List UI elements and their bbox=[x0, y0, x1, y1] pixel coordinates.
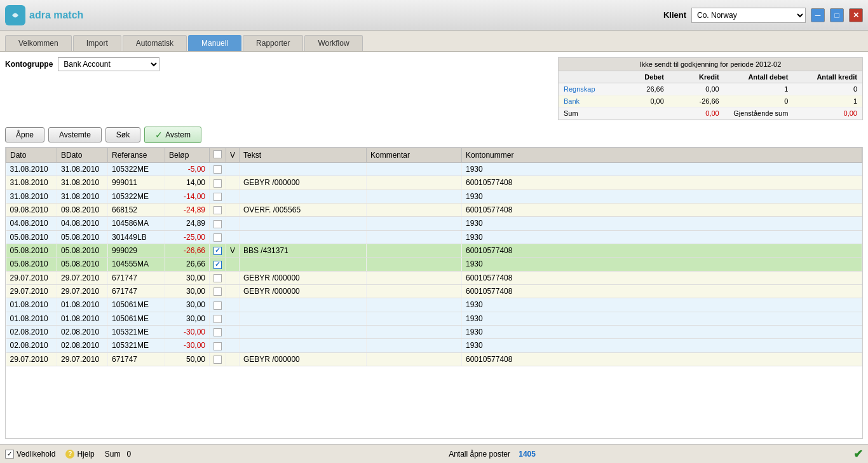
table-row[interactable]: 02.08.2010 02.08.2010 105321ME -30,00 19… bbox=[6, 339, 862, 352]
cell-cb[interactable] bbox=[210, 176, 226, 190]
cell-dato: 01.08.2010 bbox=[6, 312, 57, 325]
cell-cb[interactable] bbox=[210, 312, 226, 325]
summary-header-debet: Debet bbox=[614, 71, 669, 83]
cell-v bbox=[226, 352, 240, 366]
row-checkbox[interactable] bbox=[214, 301, 222, 310]
cell-kommentar bbox=[367, 312, 462, 325]
table-row[interactable]: 31.08.2010 31.08.2010 105322ME -14,00 19… bbox=[6, 190, 862, 203]
cell-cb[interactable] bbox=[210, 203, 226, 216]
hjelp-item[interactable]: ? Hjelp bbox=[65, 450, 94, 459]
cell-cb[interactable]: ✓ bbox=[210, 258, 226, 271]
apne-button[interactable]: Åpne bbox=[5, 127, 44, 142]
table-row[interactable]: 02.08.2010 02.08.2010 105321ME -30,00 19… bbox=[6, 325, 862, 338]
cell-konto: 1930 bbox=[462, 298, 862, 312]
table-header-row: Dato BDato Referanse Beløp V Tekst Komme… bbox=[6, 148, 862, 163]
row-checkbox[interactable] bbox=[214, 328, 222, 336]
row-checkbox[interactable] bbox=[214, 315, 222, 323]
title-bar: adra match Klient Co. Norway ─ □ ✕ bbox=[0, 0, 868, 31]
avstem-button[interactable]: ✓ Avstem bbox=[144, 127, 201, 143]
antall-label: Antall åpne poster bbox=[449, 450, 510, 459]
table-row[interactable]: 31.08.2010 31.08.2010 999011 14,00 GEBYR… bbox=[6, 176, 862, 190]
cell-kommentar bbox=[367, 284, 462, 298]
cell-cb[interactable] bbox=[210, 339, 226, 352]
cell-dato: 04.08.2010 bbox=[6, 217, 57, 230]
table-row[interactable]: 01.08.2010 01.08.2010 105061ME 30,00 193… bbox=[6, 298, 862, 312]
cell-cb[interactable] bbox=[210, 230, 226, 244]
cell-belop: -5,00 bbox=[165, 163, 210, 176]
select-all-checkbox[interactable] bbox=[214, 150, 222, 158]
row-checkbox[interactable] bbox=[214, 342, 222, 350]
cell-tekst bbox=[240, 190, 367, 203]
cell-cb[interactable]: ✓ bbox=[210, 244, 226, 257]
cell-belop: 24,89 bbox=[165, 217, 210, 230]
row-checkbox[interactable] bbox=[214, 274, 222, 282]
row-checkbox[interactable]: ✓ bbox=[214, 247, 222, 255]
cell-cb[interactable] bbox=[210, 284, 226, 298]
table-row[interactable]: 05.08.2010 05.08.2010 999029 -26,66 ✓ V … bbox=[6, 244, 862, 257]
cell-cb[interactable] bbox=[210, 298, 226, 312]
tab-import[interactable]: Import bbox=[73, 35, 121, 51]
row-checkbox[interactable] bbox=[214, 220, 222, 228]
row-checkbox[interactable]: ✓ bbox=[214, 261, 222, 269]
sok-button[interactable]: Søk bbox=[105, 127, 140, 142]
cell-v bbox=[226, 163, 240, 176]
row-checkbox[interactable] bbox=[214, 193, 222, 201]
cell-ref: 105322ME bbox=[108, 190, 165, 203]
client-dropdown[interactable]: Co. Norway bbox=[691, 8, 806, 23]
cell-cb[interactable] bbox=[210, 325, 226, 338]
row-checkbox[interactable] bbox=[214, 179, 222, 188]
kontogruppe-select[interactable]: Bank Account bbox=[58, 57, 159, 71]
cell-cb[interactable] bbox=[210, 163, 226, 176]
cell-v bbox=[226, 217, 240, 230]
cell-ref: 999011 bbox=[108, 176, 165, 190]
table-row[interactable]: 04.08.2010 04.08.2010 104586MA 24,89 193… bbox=[6, 217, 862, 230]
cell-dato: 05.08.2010 bbox=[6, 244, 57, 257]
table-row[interactable]: 29.07.2010 29.07.2010 671747 30,00 GEBYR… bbox=[6, 271, 862, 284]
tab-velkommen[interactable]: Velkommen bbox=[5, 35, 72, 51]
table-row[interactable]: 09.08.2010 09.08.2010 668152 -24,89 OVER… bbox=[6, 203, 862, 216]
cell-belop: -30,00 bbox=[165, 325, 210, 338]
maximize-button[interactable]: □ bbox=[830, 8, 844, 22]
table-row[interactable]: 01.08.2010 01.08.2010 105061ME 30,00 193… bbox=[6, 312, 862, 325]
col-dato: Dato bbox=[6, 148, 57, 163]
table-scroll[interactable]: Dato BDato Referanse Beløp V Tekst Komme… bbox=[6, 148, 862, 421]
cell-v bbox=[226, 176, 240, 190]
table-row[interactable]: 29.07.2010 29.07.2010 671747 50,00 GEBYR… bbox=[6, 352, 862, 366]
table-row[interactable]: 29.07.2010 29.07.2010 671747 30,00 GEBYR… bbox=[6, 284, 862, 298]
table-row[interactable]: 31.08.2010 31.08.2010 105322ME -5,00 193… bbox=[6, 163, 862, 176]
tab-automatisk[interactable]: Automatisk bbox=[123, 35, 187, 51]
col-kontonummer: Kontonummer bbox=[462, 148, 862, 163]
cell-konto: 60010577408 bbox=[462, 244, 862, 257]
tab-rapporter[interactable]: Rapporter bbox=[243, 35, 303, 51]
cell-v bbox=[226, 298, 240, 312]
vedlikehold-checkbox[interactable]: ✓ bbox=[5, 450, 14, 459]
vedlikehold-item[interactable]: ✓ Vedlikehold bbox=[5, 450, 55, 459]
cell-cb[interactable] bbox=[210, 190, 226, 203]
cell-belop: 30,00 bbox=[165, 284, 210, 298]
cell-ref: 671747 bbox=[108, 271, 165, 284]
table-row[interactable]: 05.08.2010 05.08.2010 301449LB -25,00 19… bbox=[6, 230, 862, 244]
minimize-button[interactable]: ─ bbox=[811, 8, 825, 22]
cell-v bbox=[226, 339, 240, 352]
cell-ref: 999029 bbox=[108, 244, 165, 257]
cell-bdato: 31.08.2010 bbox=[57, 190, 108, 203]
tab-workflow[interactable]: Workflow bbox=[304, 35, 362, 51]
cell-bdato: 05.08.2010 bbox=[57, 244, 108, 257]
row-checkbox[interactable] bbox=[214, 165, 222, 174]
avstem-check-icon: ✓ bbox=[155, 130, 163, 140]
table-row[interactable]: 05.08.2010 05.08.2010 104555MA 26,66 ✓ 1… bbox=[6, 258, 862, 271]
cell-belop: 14,00 bbox=[165, 176, 210, 190]
cell-cb[interactable] bbox=[210, 271, 226, 284]
row-checkbox[interactable] bbox=[214, 356, 222, 364]
col-checkbox[interactable] bbox=[210, 148, 226, 163]
cell-konto: 1930 bbox=[462, 312, 862, 325]
cell-cb[interactable] bbox=[210, 352, 226, 366]
tab-manuell[interactable]: Manuell bbox=[188, 35, 241, 51]
cell-cb[interactable] bbox=[210, 217, 226, 230]
row-checkbox[interactable] bbox=[214, 206, 222, 214]
row-checkbox[interactable] bbox=[214, 287, 222, 296]
cell-belop: -25,00 bbox=[165, 230, 210, 244]
row-checkbox[interactable] bbox=[214, 233, 222, 242]
avstemte-button[interactable]: Avstemte bbox=[48, 127, 102, 142]
close-button[interactable]: ✕ bbox=[849, 8, 863, 22]
